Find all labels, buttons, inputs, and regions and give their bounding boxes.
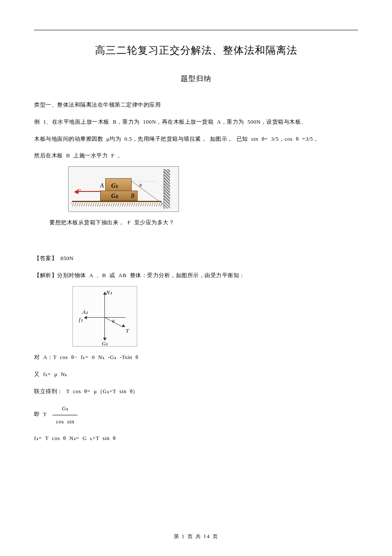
figure-1-box: θ F A G₁ G₂ B xyxy=(68,166,179,212)
doc-subtitle: 题型归纳 xyxy=(34,72,358,86)
category-heading: 类型一、整体法和隔离法在牛顿第二定律中的应用 xyxy=(34,98,358,111)
eq-f: 又 f₁= μ N₁ xyxy=(34,368,358,381)
t-label: T xyxy=(126,326,129,336)
ground-hatch xyxy=(71,203,162,206)
spacer xyxy=(34,233,358,248)
figure-1: θ F A G₁ G₂ B xyxy=(68,166,358,212)
b-label: B xyxy=(131,191,135,201)
question-line: 要想把木板从货箱下抽出来， F 至少应为多大？ xyxy=(34,216,358,229)
eq-a: 对 A：T cos θ− f₁= 0 N₁ -G₁ -Tsin θ xyxy=(34,351,358,364)
box-a xyxy=(105,178,132,191)
eq-combine: 联立得到： T cos θ= μ（G₁+T sin θ） xyxy=(34,385,358,398)
g2-label: G₂ xyxy=(111,191,118,201)
eq-t-prefix: 即 T xyxy=(34,411,46,417)
a2-label: A₁ xyxy=(82,307,88,317)
theta2-label: θ xyxy=(112,317,114,326)
f1-label: f₁ xyxy=(79,315,83,324)
doc-title: 高三二轮复习正交分解法、整体法和隔离法 xyxy=(34,41,358,60)
top-rule xyxy=(34,30,358,30)
frac-den: cos sin xyxy=(52,415,78,428)
a-label: A xyxy=(100,180,104,191)
axis-vertical xyxy=(104,292,105,339)
force-f-label: F xyxy=(77,186,81,197)
eq-last: f₁= T cos θ N₁= G ₁+T sin θ xyxy=(34,432,358,445)
page-footer: 第 1 页 共 14 页 xyxy=(0,532,392,542)
n1-label: N₁ xyxy=(106,287,112,297)
figure-2: N₁ A₁ f₁ G₁ T θ xyxy=(72,286,137,347)
example1-line2: 木板与地面间的动摩擦因数 μ均为 0.5，先用绳子把货箱与墙拉紧， 如图示， 已… xyxy=(34,133,358,145)
wall-hatch xyxy=(164,169,170,208)
fraction: G₁ cos sin xyxy=(52,402,78,428)
page: 高三二轮复习正交分解法、整体法和隔离法 题型归纳 类型一、整体法和隔离法在牛顿第… xyxy=(0,0,392,556)
frac-num: G₁ xyxy=(52,402,78,415)
eq-t: 即 T G₁ cos sin xyxy=(34,402,358,428)
example1-line3: 然后在木板 B 上施一水平力 F 。 xyxy=(34,149,358,162)
answer-line: 【答案】 850N xyxy=(34,252,358,265)
explain-line1: 【解析】分别对物体 A 、B 或 AB 整体：受力分析，如图所示，由受力平衡知： xyxy=(34,269,358,282)
theta-label: θ xyxy=(139,181,141,190)
example1-line1: 例 1、在水平地面上放一木板 B，重力为 100N，再在木板上放一货箱 A，重力… xyxy=(34,116,358,128)
g1-label2: G₁ xyxy=(102,339,108,348)
g1-label: G₁ xyxy=(111,180,118,191)
